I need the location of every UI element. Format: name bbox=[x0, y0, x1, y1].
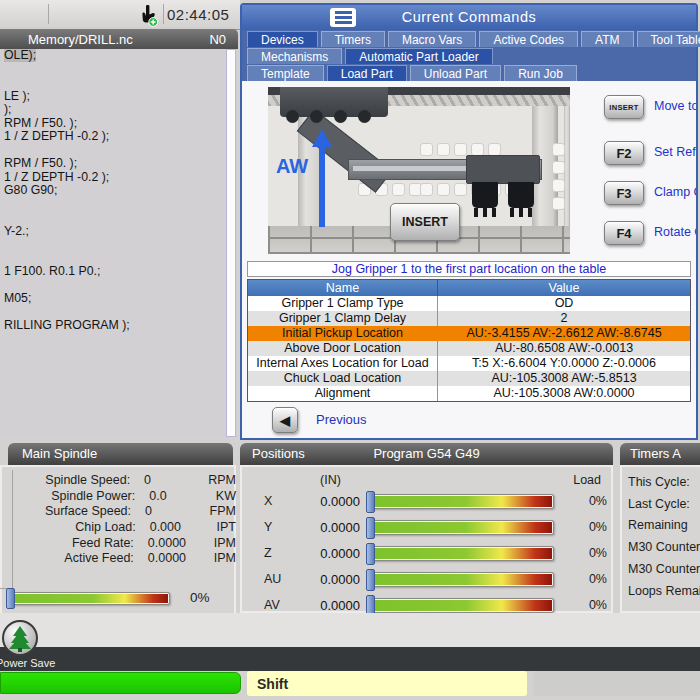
table-cell-name: Initial Pickup Location bbox=[248, 326, 438, 341]
axis-load-bar bbox=[370, 520, 554, 535]
timers-title: Timers A bbox=[630, 446, 681, 461]
table-row[interactable]: Gripper 1 Clamp Delay2 bbox=[248, 311, 690, 326]
code-line: M05; bbox=[0, 292, 238, 306]
table-row[interactable]: Internal Axes Location for LoadT:5 X:-6.… bbox=[248, 356, 690, 371]
axis-load-marker bbox=[366, 517, 375, 539]
wall-hole bbox=[454, 183, 467, 196]
footer-band bbox=[0, 613, 700, 647]
axis-load-percent: 0% bbox=[567, 494, 607, 508]
timers-header: Timers A bbox=[620, 443, 700, 465]
table-cell-name: Gripper 1 Clamp Type bbox=[248, 296, 438, 311]
wall-hole bbox=[552, 143, 565, 156]
action-label: Clamp Gr bbox=[654, 185, 696, 199]
spindle-load-percent: 0% bbox=[190, 590, 210, 605]
program-listing[interactable]: OLE);LE ););RPM / F50. );1 / Z DEPTH -0.… bbox=[0, 49, 238, 437]
code-line: RILLING PROGRAM ); bbox=[0, 319, 238, 333]
spindle-row-unit: IPT bbox=[217, 520, 236, 536]
program-scrollbar[interactable] bbox=[226, 49, 236, 437]
code-line: OLE); bbox=[0, 49, 238, 63]
code-line bbox=[0, 211, 238, 225]
tab-macro-vars[interactable]: Macro Vars bbox=[388, 31, 476, 47]
table-cell-value: AU:-3.4155 AV:-2.6612 AW:-8.6745 bbox=[438, 326, 690, 341]
table-cell-name: Internal Axes Location for Load bbox=[248, 356, 438, 371]
spindle-row-unit: FPM bbox=[210, 504, 236, 520]
spindle-row-label: Active Feed: bbox=[0, 551, 134, 567]
tab-active-codes[interactable]: Active Codes bbox=[479, 31, 578, 47]
tab-atm[interactable]: ATM bbox=[581, 31, 633, 47]
spindle-row-value: 0.000 bbox=[136, 520, 217, 536]
axis-row-y: Y0.00000% bbox=[242, 517, 615, 539]
previous-button[interactable]: ◀ bbox=[272, 407, 298, 433]
tab-load-part[interactable]: Load Part bbox=[327, 65, 407, 81]
main-spindle-header: Main Spindle bbox=[8, 443, 233, 465]
action-label: Set Refer bbox=[654, 145, 696, 159]
axis-label: Y bbox=[264, 520, 272, 534]
positions-load-header: Load bbox=[573, 473, 601, 487]
f3-key-button[interactable]: F3 bbox=[604, 181, 644, 205]
table-row[interactable]: Initial Pickup LocationAU:-3.4155 AV:-2.… bbox=[248, 326, 690, 341]
spindle-row-value: 0 bbox=[130, 473, 208, 489]
axis-load-percent: 0% bbox=[567, 546, 607, 560]
table-cell-value: 2 bbox=[438, 311, 690, 326]
timer-row: Last Cycle: bbox=[628, 497, 690, 511]
power-save-icon[interactable] bbox=[2, 620, 38, 656]
timer-row: This Cycle: bbox=[628, 475, 690, 489]
code-line: LE ); bbox=[0, 90, 238, 104]
code-line: 1 F100. R0.1 P0.; bbox=[0, 265, 238, 279]
carriage-roller bbox=[334, 110, 347, 123]
code-text: OLE); bbox=[4, 49, 36, 62]
code-text: M05; bbox=[4, 291, 31, 305]
f2-key-button[interactable]: F2 bbox=[604, 141, 644, 165]
axis-load-bar bbox=[370, 598, 554, 613]
tab-tool-table[interactable]: Tool Table bbox=[637, 31, 700, 47]
code-line: ); bbox=[0, 103, 238, 117]
table-cell-value: AU:-105.3008 AW:0.0000 bbox=[438, 386, 690, 401]
insert-key-button[interactable]: INSERT bbox=[604, 95, 644, 119]
code-text: 1 F100. R0.1 P0.; bbox=[4, 264, 100, 278]
spindle-row: Spindle Speed:0RPM bbox=[0, 473, 236, 489]
action-label: Rotate Gr bbox=[654, 225, 696, 239]
table-row[interactable]: Above Door LocationAU:-80.6508 AW:-0.001… bbox=[248, 341, 690, 356]
tab-mechanisms[interactable]: Mechanisms bbox=[247, 48, 342, 64]
code-line bbox=[0, 238, 238, 252]
carriage-roller bbox=[310, 110, 323, 123]
tab-run-job[interactable]: Run Job bbox=[504, 65, 577, 81]
axis-load-marker bbox=[366, 543, 375, 565]
tab-template[interactable]: Template bbox=[247, 65, 324, 81]
spindle-row-label: Chip Load: bbox=[0, 520, 136, 536]
table-row[interactable]: Chuck Load LocationAU:-105.3008 AW:-5.85… bbox=[248, 371, 690, 386]
spindle-row: Active Feed:0.0000IPM bbox=[0, 551, 236, 567]
wall-holes bbox=[552, 143, 565, 210]
positions-program: Program G54 G49 bbox=[240, 443, 613, 465]
tab-rows: DevicesTimersMacro VarsActive CodesATMTo… bbox=[242, 30, 696, 81]
tab-row: TemplateLoad PartUnload PartRun Job bbox=[242, 64, 696, 81]
table-row[interactable]: AlignmentAU:-105.3008 AW:0.0000 bbox=[248, 386, 690, 401]
tab-devices[interactable]: Devices bbox=[247, 31, 318, 47]
tab-unload-part[interactable]: Unload Part bbox=[410, 65, 501, 81]
code-line bbox=[0, 252, 238, 266]
code-text: RPM / F50. ); bbox=[4, 156, 77, 170]
table-cell-value: AU:-105.3008 AW:-5.8513 bbox=[438, 371, 690, 386]
spindle-row-label: Feed Rate: bbox=[0, 536, 134, 552]
tab-automatic-part-loader[interactable]: Automatic Part Loader bbox=[345, 48, 492, 64]
table-cell-name: Above Door Location bbox=[248, 341, 438, 356]
table-row[interactable]: Gripper 1 Clamp TypeOD bbox=[248, 296, 690, 311]
wall-hole bbox=[420, 143, 433, 156]
tab-timers[interactable]: Timers bbox=[321, 31, 385, 47]
menu-icon[interactable] bbox=[330, 8, 356, 27]
wall-hole bbox=[437, 183, 450, 196]
axis-position-value: 0.0000 bbox=[284, 546, 360, 561]
program-title: Memory/DRILL.nc bbox=[28, 32, 133, 47]
axis-load-marker bbox=[366, 569, 375, 591]
current-commands-title: Current Commands bbox=[242, 5, 696, 30]
f4-key-button[interactable]: F4 bbox=[604, 221, 644, 245]
gripper-fingers bbox=[474, 208, 496, 217]
axis-label: Z bbox=[264, 546, 272, 560]
code-line: RPM / F50. ); bbox=[0, 117, 238, 131]
gripper-fingers bbox=[510, 208, 532, 217]
divider bbox=[163, 4, 164, 24]
code-line bbox=[0, 63, 238, 77]
axis-position-value: 0.0000 bbox=[284, 494, 360, 509]
axis-load-bar bbox=[370, 572, 554, 587]
timer-row: M30 Counter bbox=[628, 562, 700, 576]
